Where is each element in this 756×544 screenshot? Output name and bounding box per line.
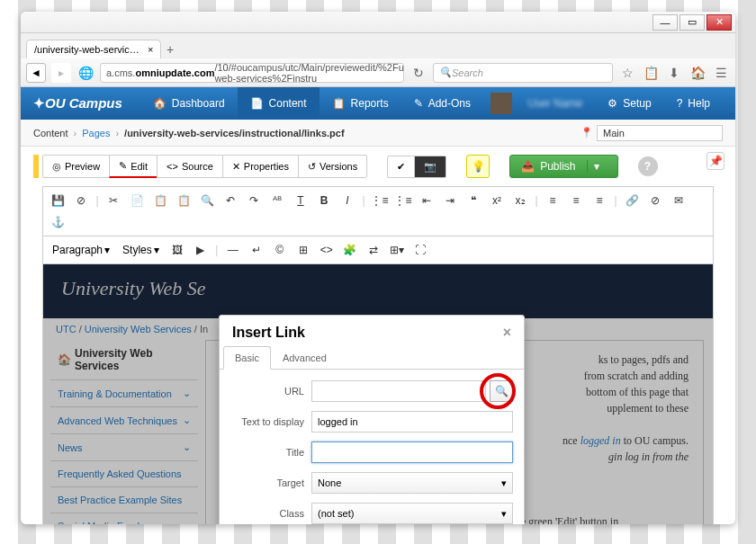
user-menu[interactable]: User Name (516, 87, 596, 120)
tab-advanced[interactable]: Advanced (271, 346, 338, 370)
char-icon[interactable]: © (269, 240, 291, 260)
bold-icon[interactable]: B (313, 191, 335, 210)
tab-basic[interactable]: Basic (223, 346, 271, 370)
nav-reports[interactable]: 📋 Reports (320, 87, 401, 120)
copy-icon[interactable]: 📄 (126, 191, 148, 210)
menu-icon[interactable]: ☰ (712, 64, 730, 82)
url-input[interactable] (311, 380, 486, 402)
styles-select[interactable]: Styles ▾ (117, 240, 165, 260)
clear-format-icon[interactable]: T (290, 191, 311, 210)
pin-icon[interactable]: 📌 (706, 152, 724, 170)
globe-icon: 🌐 (76, 64, 94, 82)
editor-content[interactable]: University Web Se UTC / University Web S… (43, 264, 713, 524)
mail-icon[interactable]: ✉ (668, 191, 689, 210)
help-icon[interactable]: ? (638, 156, 658, 176)
main-nav: ✦OU Campus 🏠 Dashboard 📄 Content 📋 Repor… (21, 87, 735, 120)
home-icon[interactable]: 🏠 (688, 64, 706, 82)
window-maximize[interactable]: ▭ (680, 14, 705, 31)
table-icon[interactable]: ⊞▾ (386, 240, 408, 260)
break-icon[interactable]: ↵ (246, 240, 267, 260)
properties-button[interactable]: ✕ Properties (222, 155, 299, 178)
nav-content[interactable]: 📄 Content (238, 87, 320, 120)
align-center-icon[interactable]: ≡ (565, 191, 587, 210)
dialog-title: Insert Link (232, 325, 305, 341)
save-icon[interactable]: 💾 (47, 191, 68, 210)
tab-title: /university-web-services/i... (34, 44, 144, 55)
clipboard-icon[interactable]: 📋 (642, 64, 660, 82)
url-input[interactable]: a.cms.omniupdate.com/10/#oucampus/utc/Ma… (100, 63, 404, 83)
versions-button[interactable]: ↺ Versions (298, 155, 367, 178)
nav-help[interactable]: ? Help (664, 87, 723, 120)
insert-link-dialog: Insert Link × Basic Advanced URL (219, 315, 525, 524)
ul-icon[interactable]: ⋮≡ (369, 191, 391, 210)
asset-icon[interactable]: ⇄ (363, 240, 384, 260)
paste-text-icon[interactable]: 📋 (173, 191, 194, 210)
browser-tab[interactable]: /university-web-services/i... × (26, 40, 161, 58)
site-select[interactable]: Main (597, 125, 723, 141)
save-as-button[interactable]: 📷 (414, 156, 446, 178)
align-right-icon[interactable]: ≡ (589, 191, 610, 210)
ol-icon[interactable]: ⋮≡ (392, 191, 414, 210)
outdent-icon[interactable]: ⇤ (416, 191, 437, 210)
reload-icon[interactable]: ↻ (410, 64, 428, 82)
cleanup-icon[interactable]: ⊞ (292, 240, 314, 260)
source-button[interactable]: <> Source (157, 155, 223, 178)
annotation-circle (480, 373, 516, 409)
save-button[interactable]: ✔ (387, 156, 415, 178)
indent-icon[interactable]: ⇥ (439, 191, 461, 210)
cancel-icon[interactable]: ⊘ (70, 191, 92, 210)
search-input[interactable]: 🔍 Search (433, 63, 613, 83)
nav-addons[interactable]: ✎ Add-Ons (401, 87, 483, 120)
checkin-button[interactable]: 💡 (466, 155, 490, 178)
class-select[interactable]: (not set)▾ (311, 503, 513, 524)
forward-button[interactable]: ▸ (51, 63, 71, 83)
hr-icon[interactable]: — (222, 240, 244, 260)
redo-icon[interactable]: ↷ (243, 191, 265, 210)
edit-button[interactable]: ✎ Edit (109, 155, 158, 178)
paste-icon[interactable]: 📋 (149, 191, 171, 210)
super-icon[interactable]: x² (486, 191, 508, 210)
publish-dropdown[interactable]: ▾ (587, 160, 607, 173)
download-icon[interactable]: ⬇ (665, 64, 683, 82)
link-icon[interactable]: 🔗 (621, 191, 643, 210)
window-close[interactable]: ✕ (706, 14, 732, 31)
tab-close-icon[interactable]: × (148, 44, 153, 55)
title-input[interactable] (311, 441, 513, 463)
snippet-icon[interactable]: 🧩 (339, 240, 361, 260)
checkout-indicator (33, 155, 39, 178)
window-minimize[interactable]: — (652, 14, 678, 31)
breadcrumb-pages[interactable]: Pages (82, 128, 110, 138)
star-icon[interactable]: ☆ (618, 64, 636, 82)
sub-icon[interactable]: x₂ (509, 191, 531, 210)
quote-icon[interactable]: ❝ (463, 191, 484, 210)
image-icon[interactable]: 🖼 (166, 240, 188, 260)
chevron-down-icon: ▾ (501, 508, 507, 520)
undo-icon[interactable]: ↶ (220, 191, 241, 210)
nav-setup[interactable]: ⚙ Setup (595, 87, 663, 120)
find-icon[interactable]: 🔍 (196, 191, 218, 210)
unlink-icon[interactable]: ⊘ (644, 191, 666, 210)
html-icon[interactable]: <> (316, 240, 338, 260)
cut-icon[interactable]: ✂ (103, 191, 124, 210)
fullscreen-icon[interactable]: ⛶ (410, 240, 431, 260)
spellcheck-icon[interactable]: ᴬᴮ (266, 191, 288, 210)
paragraph-select[interactable]: Paragraph ▾ (47, 240, 115, 260)
nav-dashboard[interactable]: 🏠 Dashboard (140, 87, 238, 120)
new-tab-button[interactable]: + (161, 40, 179, 58)
back-button[interactable]: ◄ (26, 63, 46, 83)
dialog-close-icon[interactable]: × (503, 325, 511, 341)
target-label: Target (230, 477, 311, 488)
avatar[interactable] (490, 93, 512, 114)
location-icon: 📍 (580, 127, 593, 138)
media-icon[interactable]: ▶ (190, 240, 212, 260)
text-input[interactable] (311, 411, 513, 433)
editor-toolbar-2: Paragraph ▾ Styles ▾ 🖼 ▶ | — ↵ © ⊞ <> 🧩 … (43, 236, 713, 264)
align-left-icon[interactable]: ≡ (542, 191, 563, 210)
target-select[interactable]: None▾ (311, 472, 513, 494)
title-label: Title (230, 447, 311, 458)
publish-button[interactable]: 📤 Publish▾ (509, 155, 617, 178)
preview-button[interactable]: ◎ Preview (42, 155, 110, 178)
anchor-icon[interactable]: ⚓ (47, 212, 68, 232)
chevron-down-icon: ▾ (501, 477, 507, 489)
italic-icon[interactable]: I (337, 191, 358, 210)
